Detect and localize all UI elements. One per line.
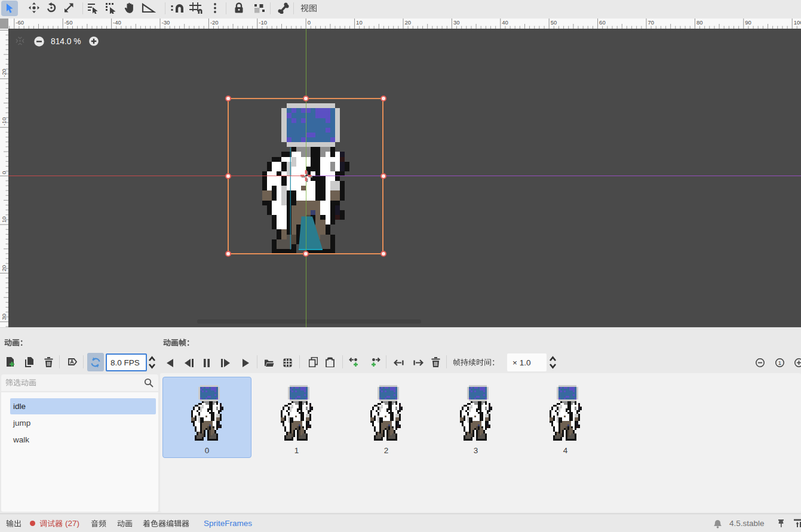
svg-text:80: 80 — [696, 19, 703, 26]
svg-text:-20: -20 — [1, 69, 7, 77]
svg-text:-30: -30 — [162, 19, 170, 26]
svg-text:100: 100 — [794, 19, 801, 26]
svg-text:40: 40 — [502, 19, 508, 26]
svg-text:20: 20 — [405, 19, 412, 26]
svg-text:0: 0 — [1, 171, 7, 174]
svg-text:60: 60 — [599, 19, 606, 26]
svg-text:30: 30 — [453, 19, 460, 26]
svg-text:70: 70 — [648, 19, 655, 26]
svg-text:-50: -50 — [65, 19, 73, 26]
svg-text:50: 50 — [551, 19, 557, 26]
svg-text:-10: -10 — [1, 118, 7, 126]
svg-text:-20: -20 — [210, 19, 219, 26]
svg-text:-40: -40 — [113, 19, 121, 26]
svg-text:0: 0 — [308, 19, 311, 26]
svg-text:-10: -10 — [259, 19, 267, 26]
svg-text:-60: -60 — [16, 19, 24, 26]
svg-text:1: 1 — [778, 359, 781, 366]
svg-text:90: 90 — [745, 19, 751, 26]
svg-text:10: 10 — [356, 19, 363, 26]
